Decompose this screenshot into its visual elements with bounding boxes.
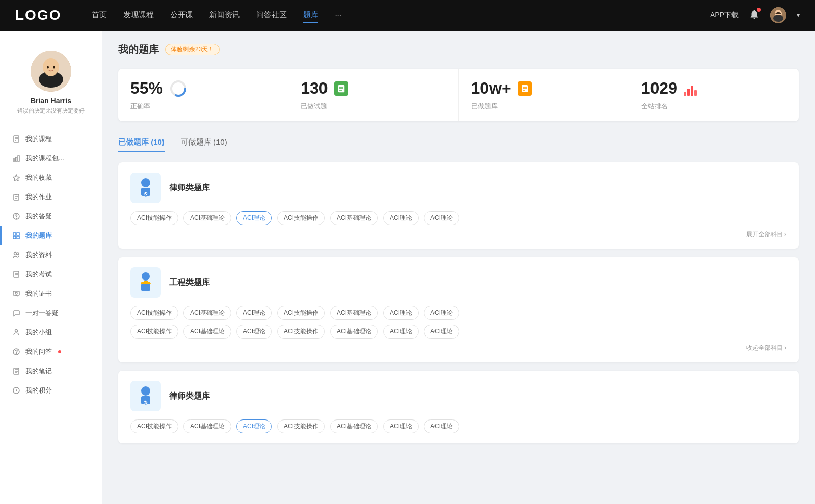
qbank-footer: 收起全部科目 › <box>130 344 786 352</box>
svg-rect-13 <box>13 159 15 161</box>
nav-link-open[interactable]: 公开课 <box>170 8 193 23</box>
qbank-title: 工程类题库 <box>169 277 210 288</box>
svg-rect-17 <box>14 194 19 200</box>
qbank-tag-selected[interactable]: ACI理论 <box>236 211 272 225</box>
qbank-tag[interactable]: ACI理论 <box>424 211 459 225</box>
qbank-tag[interactable]: ACI基础理论 <box>183 419 231 433</box>
navbar: LOGO 首页 发现课程 公开课 新闻资讯 问答社区 题库 ··· APP下载 <box>0 0 815 31</box>
sidebar-item-course-pkg[interactable]: 我的课程包... <box>0 149 102 168</box>
qbank-tag[interactable]: ACI技能操作 <box>130 211 178 225</box>
qbank-tags-row1: ACI技能操作 ACI基础理论 ACI理论 ACI技能操作 ACI基础理论 AC… <box>130 306 786 320</box>
svg-rect-24 <box>17 233 19 235</box>
sidebar-item-1on1[interactable]: 一对一答疑 <box>0 303 102 323</box>
qbank-tag[interactable]: ACI理论 <box>383 306 419 320</box>
svg-rect-15 <box>18 156 19 161</box>
qbank-tag[interactable]: ACI技能操作 <box>130 325 178 339</box>
sidebar-item-exams[interactable]: 我的考试 <box>0 265 102 284</box>
sidebar-item-my-courses[interactable]: 我的课程 <box>0 129 102 149</box>
profile-section: Brian Harris 错误的决定比没有决定要好 <box>0 41 102 123</box>
nav-link-home[interactable]: 首页 <box>92 8 107 23</box>
sidebar-item-qbank[interactable]: 我的题库 <box>0 226 102 245</box>
donut-chart-icon <box>169 79 187 98</box>
notification-badge <box>757 8 761 12</box>
qbank-card-lawyer-1: 律师类题库 ACI技能操作 ACI基础理论 ACI理论 ACI技能操作 ACI基… <box>118 162 799 249</box>
sidebar-label: 一对一答疑 <box>25 309 59 318</box>
qbank-tag-selected[interactable]: ACI理论 <box>236 419 272 433</box>
logo: LOGO <box>15 7 61 23</box>
stat-top: 130 <box>301 79 446 98</box>
qbank-tag[interactable]: ACI理论 <box>236 325 272 339</box>
sidebar-label: 我的课程 <box>25 134 52 144</box>
nav-link-more[interactable]: ··· <box>335 8 341 23</box>
stat-card-accuracy: 55% 正确率 <box>118 69 288 121</box>
svg-point-22 <box>16 218 17 219</box>
qbank-tag[interactable]: ACI基础理论 <box>183 325 231 339</box>
qbank-title: 律师类题库 <box>169 391 210 402</box>
qbank-footer: 展开全部科目 › <box>130 230 786 239</box>
certificate-icon <box>12 290 20 298</box>
qbank-avatar-engineer <box>130 267 161 298</box>
tab-available-banks[interactable]: 可做题库 (10) <box>181 133 227 152</box>
sidebar-item-homework[interactable]: 我的作业 <box>0 187 102 207</box>
nav-link-qbank[interactable]: 题库 <box>303 8 318 23</box>
svg-point-8 <box>53 66 55 69</box>
qbank-tag[interactable]: ACI基础理论 <box>330 419 378 433</box>
avatar[interactable] <box>770 7 786 23</box>
qbank-tag[interactable]: ACI理论 <box>236 306 272 320</box>
qbank-tag[interactable]: ACI基础理论 <box>183 306 231 320</box>
stat-label-accuracy: 正确率 <box>130 102 276 111</box>
qa-badge <box>58 350 61 353</box>
clipboard-icon <box>12 193 20 201</box>
doc-green-icon <box>334 81 348 96</box>
expand-link[interactable]: 展开全部科目 › <box>746 230 786 239</box>
qbank-tag[interactable]: ACI技能操作 <box>130 419 178 433</box>
qbank-tag[interactable]: ACI技能操作 <box>130 306 178 320</box>
sidebar-item-profile[interactable]: 我的资料 <box>0 245 102 265</box>
sidebar-item-certificate[interactable]: 我的证书 <box>0 284 102 303</box>
sidebar-item-group[interactable]: 我的小组 <box>0 323 102 342</box>
qbank-tag[interactable]: ACI基础理论 <box>330 306 378 320</box>
sidebar-item-favorites[interactable]: 我的收藏 <box>0 168 102 187</box>
qbank-tag[interactable]: ACI技能操作 <box>277 419 325 433</box>
tab-done-banks[interactable]: 已做题库 (10) <box>118 133 165 152</box>
main-content: 我的题库 体验剩余23天！ 55% 正确率 <box>102 31 815 504</box>
svg-point-7 <box>47 66 49 69</box>
qbank-tag[interactable]: ACI理论 <box>383 211 419 225</box>
qbank-avatar-lawyer <box>130 173 161 203</box>
qbank-tag[interactable]: ACI技能操作 <box>277 325 325 339</box>
qbank-tag[interactable]: ACI理论 <box>424 325 459 339</box>
sidebar-item-myqa[interactable]: 我的问答 <box>0 342 102 361</box>
stat-value-banks: 10w+ <box>471 79 511 98</box>
page-title: 我的题库 <box>118 43 159 57</box>
qbank-tag[interactable]: ACI技能操作 <box>277 306 325 320</box>
user-dropdown-icon[interactable]: ▾ <box>797 12 800 19</box>
note-icon <box>12 367 20 375</box>
qbank-tag[interactable]: ACI技能操作 <box>277 211 325 225</box>
qbank-tag[interactable]: ACI理论 <box>383 419 419 433</box>
qbank-tag[interactable]: ACI基础理论 <box>330 325 378 339</box>
nav-link-qa[interactable]: 问答社区 <box>256 8 287 23</box>
qbank-avatar-lawyer2 <box>130 381 161 411</box>
nav-link-news[interactable]: 新闻资讯 <box>209 8 240 23</box>
qbank-tag[interactable]: ACI基础理论 <box>183 211 231 225</box>
collapse-link[interactable]: 收起全部科目 › <box>746 344 786 352</box>
stat-top: 1029 <box>641 79 786 98</box>
qbank-tag[interactable]: ACI理论 <box>424 306 459 320</box>
app-download-link[interactable]: APP下载 <box>710 11 739 20</box>
stat-top: 10w+ <box>471 79 616 98</box>
nav-link-courses[interactable]: 发现课程 <box>123 8 154 23</box>
stat-card-questions: 130 已做试题 <box>288 69 458 121</box>
trial-badge: 体验剩余23天！ <box>165 44 220 55</box>
bar-chart-icon <box>684 81 697 96</box>
sidebar-item-notes[interactable]: 我的笔记 <box>0 361 102 381</box>
qbank-tag[interactable]: ACI基础理论 <box>330 211 378 225</box>
qbank-card-lawyer-2: 律师类题库 ACI技能操作 ACI基础理论 ACI理论 ACI技能操作 ACI基… <box>118 371 799 443</box>
doc-yellow-icon <box>518 81 532 96</box>
sidebar-item-answering[interactable]: 我的答疑 <box>0 207 102 226</box>
sidebar-item-points[interactable]: 我的积分 <box>0 381 102 400</box>
notification-bell[interactable] <box>749 9 760 22</box>
qbank-tag[interactable]: ACI理论 <box>383 325 419 339</box>
svg-rect-60 <box>144 281 148 283</box>
qbank-tag[interactable]: ACI理论 <box>424 419 459 433</box>
sidebar-label: 我的证书 <box>25 289 52 298</box>
